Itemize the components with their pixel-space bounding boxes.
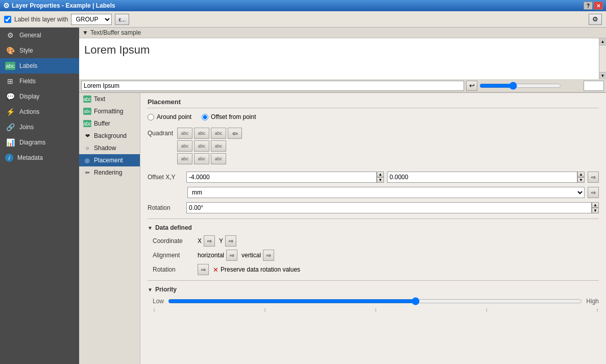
offset-y-spinner[interactable]: ▲ ▼ bbox=[577, 172, 585, 183]
quad-btn-bc[interactable]: abc bbox=[194, 153, 209, 164]
sidebar-item-general[interactable]: ⚙ General bbox=[0, 28, 79, 43]
sub-navigation: abc Text abc Formatting abc Buffer ❤ Bac… bbox=[79, 93, 140, 364]
priority-high-label: High bbox=[586, 298, 599, 305]
sidebar-item-labels[interactable]: abc Labels bbox=[0, 58, 79, 74]
quad-btn-tl[interactable]: abc bbox=[177, 128, 192, 139]
data-defined-icon: ⇨ bbox=[591, 174, 596, 181]
preserve-rotation-item: ✕ Preserve data rotation values bbox=[213, 266, 300, 274]
quadrant-row-1: abc abc abc ⇦ bbox=[177, 128, 242, 139]
sidebar-item-actions[interactable]: ⚡ Actions bbox=[0, 104, 79, 119]
coord-x-btn[interactable]: ⇨ bbox=[204, 235, 215, 247]
sidebar-item-fields[interactable]: ⊞ Fields bbox=[0, 74, 79, 89]
collapse-arrow-icon: ▼ bbox=[82, 29, 88, 36]
window-title: Layer Properties - Example | Labels bbox=[12, 2, 584, 9]
zoom-slider[interactable] bbox=[479, 82, 561, 90]
subnav-background[interactable]: ❤ Background bbox=[79, 130, 140, 142]
offset-point-option[interactable]: Offset from point bbox=[202, 113, 256, 120]
actions-icon: ⚡ bbox=[5, 108, 15, 116]
help-button[interactable]: ? bbox=[584, 2, 593, 10]
sidebar-item-diagrams[interactable]: 📊 Diagrams bbox=[0, 135, 79, 150]
close-button[interactable]: ✕ bbox=[594, 2, 603, 10]
offset-y-down[interactable]: ▼ bbox=[577, 177, 585, 183]
rotation-up[interactable]: ▲ bbox=[592, 202, 599, 208]
alignment-label: Alignment bbox=[153, 252, 193, 259]
offset-data-defined-btn[interactable]: ⇨ bbox=[588, 172, 599, 183]
subnav-rendering[interactable]: ✏ Rendering bbox=[79, 166, 140, 179]
priority-ticks: | | | | | bbox=[148, 307, 599, 312]
around-point-label: Around point bbox=[157, 113, 191, 120]
quadrant-grid: abc abc abc ⇦ abc abc bbox=[177, 128, 242, 164]
align-horizontal-btn[interactable]: ⇨ bbox=[226, 250, 237, 261]
sidebar-item-label: Actions bbox=[19, 108, 39, 115]
search-input[interactable] bbox=[81, 81, 464, 91]
expression-button[interactable]: ε... bbox=[115, 14, 129, 25]
quad-btn-br[interactable]: abc bbox=[211, 153, 226, 164]
search-button[interactable]: ↩ bbox=[466, 81, 477, 91]
rotation-dd-btn[interactable]: ⇨ bbox=[198, 264, 209, 275]
sidebar-item-label: Display bbox=[19, 93, 39, 100]
quad-btn-tc[interactable]: abc bbox=[194, 128, 209, 139]
align-horizontal-item: horizontal ⇨ bbox=[198, 250, 237, 261]
offset-point-radio[interactable] bbox=[202, 114, 208, 120]
align-h-icon: ⇨ bbox=[230, 252, 234, 259]
placement-mode-group: Around point Offset from point bbox=[148, 113, 599, 120]
preserve-rotation-label: Preserve data rotation values bbox=[221, 266, 300, 273]
sidebar-item-style[interactable]: 🎨 Style bbox=[0, 43, 79, 58]
display-icon: 💬 bbox=[5, 92, 15, 101]
offset-x-down[interactable]: ▼ bbox=[377, 177, 384, 183]
priority-header[interactable]: ▼ Priority bbox=[148, 286, 599, 293]
labels-icon: abc bbox=[5, 62, 15, 70]
unit-select[interactable]: mm px pt bbox=[187, 187, 585, 198]
pin-icon: ⇦ bbox=[232, 130, 238, 137]
preview-scrollbar[interactable]: ▲ ▼ bbox=[599, 38, 606, 79]
quad-btn-mr[interactable]: abc bbox=[211, 140, 226, 152]
data-defined-header[interactable]: ▼ Data defined bbox=[148, 224, 599, 231]
offset-x-input[interactable] bbox=[186, 172, 377, 183]
offset-xy-label: Offset X,Y bbox=[148, 174, 183, 181]
coordinate-row: Coordinate X ⇨ Y ⇨ bbox=[148, 235, 599, 247]
offset-y-input[interactable] bbox=[387, 172, 577, 183]
subnav-buffer[interactable]: abc Buffer bbox=[79, 117, 140, 130]
settings-button[interactable]: ⚙ bbox=[589, 14, 602, 25]
label-toggle[interactable] bbox=[4, 16, 11, 23]
sample-preview: Lorem Ipsum ▲ ▼ bbox=[79, 38, 606, 79]
around-point-radio[interactable] bbox=[148, 114, 154, 120]
unit-row: mm px pt ⇨ bbox=[148, 187, 599, 198]
priority-slider[interactable] bbox=[168, 297, 582, 305]
placement-title: Placement bbox=[148, 98, 599, 108]
preview-text: Lorem Ipsum bbox=[84, 43, 150, 57]
unit-data-defined-btn[interactable]: ⇨ bbox=[588, 187, 599, 198]
formatting-nav-icon: abc bbox=[83, 108, 91, 115]
quad-btn-tr[interactable]: abc bbox=[211, 128, 226, 139]
around-point-option[interactable]: Around point bbox=[148, 113, 191, 120]
zoom-value-input[interactable] bbox=[584, 81, 604, 91]
subnav-shadow[interactable]: ○ Shadow bbox=[79, 142, 140, 154]
style-icon: 🎨 bbox=[5, 46, 15, 55]
sidebar-item-joins[interactable]: 🔗 Joins bbox=[0, 119, 79, 135]
subnav-placement[interactable]: ◎ Placement bbox=[79, 154, 140, 166]
group-select[interactable]: GROUP bbox=[71, 14, 112, 25]
quad-btn-ml[interactable]: abc bbox=[177, 140, 192, 152]
sidebar-item-metadata[interactable]: i Metadata bbox=[0, 150, 79, 165]
quad-btn-bl[interactable]: abc bbox=[177, 153, 192, 164]
pin-direction-btn[interactable]: ⇦ bbox=[228, 128, 242, 139]
label-checkbox[interactable] bbox=[4, 16, 11, 23]
rotation-input[interactable] bbox=[186, 202, 592, 213]
coord-y-btn[interactable]: ⇨ bbox=[225, 235, 236, 247]
rotation-down[interactable]: ▼ bbox=[592, 208, 599, 213]
scroll-down-btn[interactable]: ▼ bbox=[599, 72, 606, 79]
search-bar: ↩ bbox=[79, 79, 606, 92]
rotation-dd-label: Rotation bbox=[153, 266, 193, 273]
scroll-up-btn[interactable]: ▲ bbox=[599, 38, 606, 45]
subnav-formatting[interactable]: abc Formatting bbox=[79, 105, 140, 117]
subnav-text[interactable]: abc Text bbox=[79, 93, 140, 105]
offset-y-up[interactable]: ▲ bbox=[577, 172, 585, 177]
sidebar-item-display[interactable]: 💬 Display bbox=[0, 89, 79, 104]
offset-x-up[interactable]: ▲ bbox=[377, 172, 384, 177]
sidebar-item-label: Joins bbox=[19, 124, 34, 131]
quad-btn-mc[interactable]: abc bbox=[194, 140, 209, 152]
align-vertical-btn[interactable]: ⇨ bbox=[263, 250, 274, 261]
align-vertical-item: vertical ⇨ bbox=[241, 250, 274, 261]
offset-x-spinner[interactable]: ▲ ▼ bbox=[377, 172, 384, 183]
rotation-spinner[interactable]: ▲ ▼ bbox=[592, 202, 599, 213]
